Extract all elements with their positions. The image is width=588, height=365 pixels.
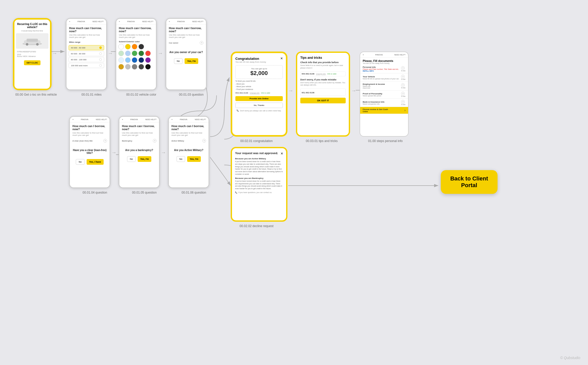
phone0105-no-btn[interactable]: No [127, 156, 136, 162]
swatch-lightgreen[interactable] [118, 51, 124, 56]
step-bank: Bank & Insurance Info Need companies inf… [360, 99, 408, 107]
svg-point-13 [26, 43, 28, 46]
phone-0105: ≡ FINOVA NEED HELP? How much can I borro… [119, 116, 160, 188]
phone0101-subtitle: Use this calculator to find out how much… [67, 34, 106, 40]
miles-opt-3[interactable]: 80 000 - 100 000 [69, 57, 104, 62]
swatch-white[interactable] [118, 44, 124, 49]
phone0104-no-btn[interactable]: No [76, 159, 85, 165]
car-image [16, 33, 48, 49]
copyright: © Qubstudio [560, 356, 580, 360]
back-to-client-portal-btn[interactable]: Back to Client Portal [441, 170, 498, 194]
swatch-row3 [116, 57, 156, 63]
phone00-button[interactable]: GET C-LOC [16, 58, 48, 67]
steps-subtitle: You are 20 min away from money [363, 62, 405, 64]
phone0106-yes-btn[interactable]: Yes, I'm [187, 156, 201, 162]
step-bank-info[interactable]: ? [401, 100, 405, 104]
swatch-yellow[interactable] [125, 44, 131, 49]
phone0105-btn-row: No Yes, I'm [119, 154, 159, 164]
phone0105-label: 00.01.05 question [119, 191, 170, 194]
phone0103-label: 00.01.03 question [165, 93, 217, 96]
swatch-darkblue[interactable] [138, 57, 144, 63]
step-personal-info[interactable]: ? [401, 66, 405, 70]
phone0103-no-btn[interactable]: No [174, 58, 183, 64]
phone0105-section-row: Bankruptcy ? [119, 138, 159, 144]
tips-info-valid: Info is valid [327, 73, 336, 75]
phone0106-subtitle: Use this calculator to find out how much… [169, 132, 209, 138]
phone0105-subtitle: Use this calculator to find out how much… [119, 132, 159, 138]
step-finova[interactable]: Finova review & Get Cash Online › [360, 107, 408, 114]
decline-title: Your request was not approved. [235, 151, 278, 155]
tips-change-info[interactable]: Change info [316, 73, 326, 75]
phone0106-no-btn[interactable]: No [177, 156, 185, 162]
decline-close-btn[interactable]: × [281, 151, 283, 156]
phone-0101: ≡ FINOVA NEED HELP? How much can I borro… [66, 18, 107, 90]
arrow-0102-to-0103: → [158, 50, 163, 56]
swatch-gold[interactable] [118, 64, 124, 70]
swatch-violet[interactable] [145, 57, 151, 63]
arrow-tips-to-steps: → [351, 88, 356, 94]
congrat-phone-row: 954-962-6196 Change info Info is valid [235, 92, 283, 94]
finova-arrow: › [404, 109, 405, 112]
phone0105-question: Are you a bankruptcy? [119, 144, 159, 154]
swatch-silver[interactable] [125, 64, 131, 70]
swatch-row1 [116, 43, 156, 50]
step-employment-info[interactable]: ? [401, 83, 405, 87]
decline-military-body: If you've been turned down for a credit … [235, 160, 283, 176]
phone0104-header: ≡ FINOVA NEED HELP? [70, 117, 110, 122]
tips-ok-btn[interactable]: OK GOT IT [300, 98, 346, 103]
steps-panel: ≡ FINOVA NEED HELP? Please, Fill documen… [360, 52, 409, 137]
refill-info-btn[interactable]: REFILL INFO [363, 70, 399, 72]
swatch-black[interactable] [145, 64, 151, 70]
swatch-skyblue[interactable] [125, 51, 131, 56]
congrat-no-thanks-btn[interactable]: No, Thanks [235, 103, 283, 108]
congrat-footer: 📞 Don't worry you always can call us whe… [235, 110, 283, 112]
swatch-green[interactable] [132, 51, 137, 56]
phone0104-btn-row: No Yes, I have [70, 157, 110, 167]
swatch-skyblue2[interactable] [125, 57, 131, 63]
tips-phone-row: 954-962-6196 Change info Info is valid [300, 71, 346, 76]
swatch-darkred[interactable] [138, 44, 144, 49]
swatch-gray[interactable] [132, 64, 137, 70]
phone0103-question: Are you owner of your car? [166, 46, 206, 56]
congrat-phone: 954-962-6196 [235, 92, 248, 94]
decline-footer: 📞 If you have questions, you can contact… [235, 192, 283, 194]
swatch-azure[interactable] [118, 57, 124, 63]
phone0102-title: How much can I borrow, now? [116, 24, 156, 34]
phone0104-title: How much can I borrow, now? [70, 122, 110, 132]
congrat-title: Congratulation [235, 57, 259, 61]
radio-4 [99, 64, 102, 67]
decline-header: Your request was not approved. × [235, 151, 283, 156]
swatch-orange[interactable] [132, 44, 137, 49]
phone00-vin: 5YFBU4EEBDP157850 [16, 50, 48, 53]
phone00-label: 00.00 Get c-loc on this vehicle [10, 93, 62, 96]
congrat-label: 00.02.01 congratulation [231, 139, 282, 143]
arrow-congrat-to-tips: → [288, 88, 293, 94]
miles-opt-2[interactable]: 60 000 - 80 000 [69, 51, 104, 56]
swatch-redhot[interactable] [145, 51, 151, 56]
congrat-change-info[interactable]: Change info [250, 92, 260, 94]
info-icon4[interactable]: ? [202, 139, 206, 143]
tip2-title: Don't worry, If you made mistake [300, 78, 346, 81]
phone0105-yes-btn[interactable]: Yes, I'm [138, 156, 151, 162]
miles-opt-1[interactable]: 40 000 - 60 000 [69, 45, 104, 50]
congrat-proceed-btn[interactable]: Provide info Online [235, 96, 283, 101]
swatch-blue[interactable] [132, 57, 137, 63]
swatch-darkgreen[interactable] [138, 51, 144, 56]
info-icon3[interactable]: ? [153, 139, 156, 143]
info-icon2[interactable]: ? [103, 139, 107, 143]
tips-phone2: 951-962-6196 [302, 92, 314, 94]
swatch-darkgray[interactable] [138, 64, 144, 70]
phone0104-yes-btn[interactable]: Yes, I have [87, 159, 104, 165]
miles-opt-4[interactable]: 100 000 and more [69, 63, 104, 68]
phone-00: Recurring C-LOC on this vehicle? It woul… [13, 18, 52, 90]
tip1-title: Check info that you provide before [300, 61, 346, 64]
info-icon[interactable]: ? [200, 41, 203, 45]
tips-label: 00.03.01 tips and tricks [296, 139, 347, 143]
step-vehicle-info[interactable]: ? [401, 75, 405, 78]
congrat-close-btn[interactable]: × [280, 56, 283, 61]
svg-point-14 [36, 43, 39, 46]
phone0103-yes-btn[interactable]: Yes, I'm [185, 58, 198, 64]
step-proof-info[interactable]: ? [401, 92, 405, 95]
tip2-body: Don't worry when you click some button b… [300, 81, 346, 87]
steps-title-area: Please, Fill documents You are 20 min aw… [360, 58, 408, 65]
